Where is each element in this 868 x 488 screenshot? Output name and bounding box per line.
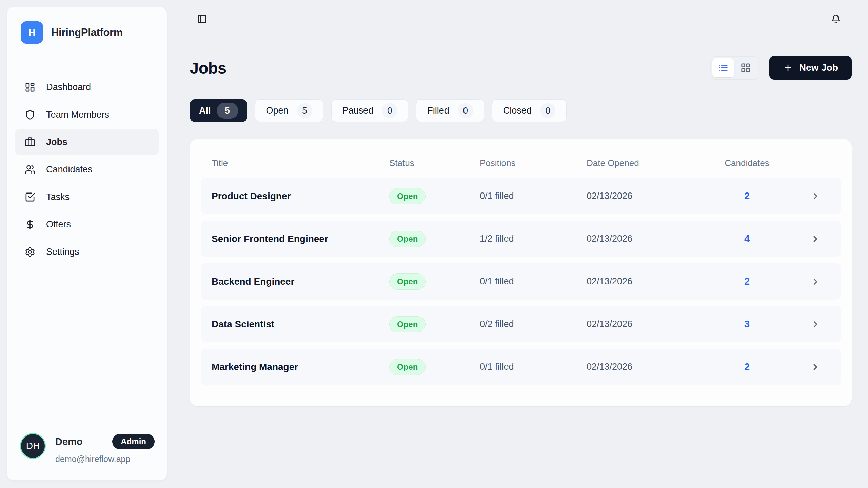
filter-tab-open[interactable]: Open 5 bbox=[255, 99, 323, 122]
chevron-right-icon[interactable] bbox=[810, 191, 821, 201]
sidebar-item-label: Team Members bbox=[46, 109, 109, 120]
chevron-right-icon[interactable] bbox=[810, 234, 821, 244]
filter-tab-closed[interactable]: Closed 0 bbox=[492, 99, 567, 122]
main-area: Jobs bbox=[167, 0, 868, 488]
filter-tab-count: 5 bbox=[297, 103, 312, 118]
job-date-opened: 02/13/2026 bbox=[587, 276, 722, 287]
job-title: Marketing Manager bbox=[212, 362, 389, 372]
table-header-row: Title Status Positions Date Opened Candi… bbox=[201, 139, 841, 178]
job-candidates-count[interactable]: 3 bbox=[722, 319, 772, 330]
topbar bbox=[174, 0, 868, 38]
filter-tab-label: Filled bbox=[427, 105, 449, 116]
briefcase-icon bbox=[25, 137, 35, 147]
role-badge: Admin bbox=[112, 434, 155, 449]
table-row[interactable]: Backend Engineer Open 0/1 filled 02/13/2… bbox=[201, 263, 841, 300]
sidebar-item-label: Candidates bbox=[46, 164, 93, 175]
sidebar-item-settings[interactable]: Settings bbox=[15, 239, 159, 265]
table-row[interactable]: Marketing Manager Open 0/1 filled 02/13/… bbox=[201, 349, 841, 385]
chevron-right-icon[interactable] bbox=[810, 362, 821, 372]
filter-tab-label: Closed bbox=[503, 105, 532, 116]
filter-tab-label: Paused bbox=[342, 105, 374, 116]
status-badge: Open bbox=[389, 316, 426, 332]
filter-tabs: All 5 Open 5 Paused 0 Filled 0 Closed 0 bbox=[190, 99, 852, 122]
app-logo-icon: H bbox=[21, 21, 43, 44]
sidebar-toggle-button[interactable] bbox=[195, 12, 209, 26]
job-positions: 0/1 filled bbox=[480, 276, 587, 287]
column-header-positions: Positions bbox=[480, 158, 587, 168]
job-date-opened: 02/13/2026 bbox=[587, 191, 722, 201]
sidebar: H HiringPlatform Dashboard Team Members … bbox=[7, 7, 167, 481]
job-date-opened: 02/13/2026 bbox=[587, 233, 722, 244]
filter-tab-count: 5 bbox=[217, 103, 238, 119]
header-actions: New Job bbox=[710, 56, 852, 80]
sidebar-item-label: Offers bbox=[46, 219, 71, 230]
notifications-button[interactable] bbox=[829, 12, 843, 26]
job-positions: 1/2 filled bbox=[480, 233, 587, 244]
sidebar-item-offers[interactable]: Offers bbox=[15, 211, 159, 237]
dashboard-grid-icon bbox=[25, 82, 35, 93]
status-badge: Open bbox=[389, 359, 426, 375]
list-icon bbox=[718, 63, 728, 73]
job-title: Product Designer bbox=[212, 191, 389, 202]
chevron-right-icon[interactable] bbox=[810, 277, 821, 287]
job-candidates-count[interactable]: 4 bbox=[722, 233, 772, 244]
filter-tab-label: Open bbox=[266, 105, 289, 116]
new-job-button[interactable]: New Job bbox=[769, 56, 852, 80]
sidebar-item-label: Tasks bbox=[46, 192, 70, 202]
filter-tab-count: 0 bbox=[540, 103, 555, 118]
page-title: Jobs bbox=[190, 59, 226, 77]
jobs-table-card: Title Status Positions Date Opened Candi… bbox=[190, 139, 852, 406]
app-name: HiringPlatform bbox=[51, 26, 123, 39]
table-row[interactable]: Data Scientist Open 0/2 filled 02/13/202… bbox=[201, 306, 841, 342]
status-badge: Open bbox=[389, 231, 426, 247]
gear-icon bbox=[25, 247, 35, 257]
job-candidates-count[interactable]: 2 bbox=[722, 276, 772, 287]
column-header-title: Title bbox=[212, 158, 389, 168]
panel-left-icon bbox=[197, 14, 207, 24]
job-title: Data Scientist bbox=[212, 319, 389, 330]
sidebar-item-dashboard[interactable]: Dashboard bbox=[15, 74, 159, 100]
sidebar-item-label: Jobs bbox=[46, 137, 67, 147]
job-date-opened: 02/13/2026 bbox=[587, 319, 722, 329]
chevron-right-icon[interactable] bbox=[810, 319, 821, 329]
column-header-candidates: Candidates bbox=[722, 158, 772, 168]
sidebar-item-label: Settings bbox=[46, 247, 79, 257]
sidebar-item-candidates[interactable]: Candidates bbox=[15, 157, 159, 182]
job-date-opened: 02/13/2026 bbox=[587, 362, 722, 372]
list-view-button[interactable] bbox=[712, 58, 734, 77]
filter-tab-count: 0 bbox=[458, 103, 473, 118]
job-candidates-count[interactable]: 2 bbox=[722, 190, 772, 202]
job-title: Senior Frontend Engineer bbox=[212, 233, 389, 244]
bell-icon bbox=[831, 14, 841, 24]
filter-tab-all[interactable]: All 5 bbox=[190, 99, 247, 122]
shield-icon bbox=[25, 109, 35, 120]
sidebar-nav: Dashboard Team Members Jobs Candidates T… bbox=[7, 54, 167, 423]
sidebar-item-label: Dashboard bbox=[46, 82, 91, 93]
sidebar-item-jobs[interactable]: Jobs bbox=[15, 129, 159, 155]
user-card[interactable]: DH Demo Admin demo@hireflow.app bbox=[7, 423, 167, 480]
users-icon bbox=[25, 164, 35, 175]
job-positions: 0/1 filled bbox=[480, 191, 587, 201]
job-candidates-count[interactable]: 2 bbox=[722, 361, 772, 372]
plus-icon bbox=[783, 63, 793, 73]
grid-view-button[interactable] bbox=[735, 58, 756, 77]
filter-tab-paused[interactable]: Paused 0 bbox=[331, 99, 409, 122]
column-header-status: Status bbox=[389, 158, 480, 168]
sidebar-item-tasks[interactable]: Tasks bbox=[15, 184, 159, 210]
filter-tab-count: 0 bbox=[382, 103, 397, 118]
table-row[interactable]: Senior Frontend Engineer Open 1/2 filled… bbox=[201, 221, 841, 257]
table-row[interactable]: Product Designer Open 0/1 filled 02/13/2… bbox=[201, 178, 841, 214]
user-info: Demo Admin demo@hireflow.app bbox=[55, 433, 155, 464]
job-title: Backend Engineer bbox=[212, 276, 389, 287]
grid-icon bbox=[741, 63, 751, 73]
page-content: Jobs bbox=[167, 56, 868, 406]
job-positions: 0/1 filled bbox=[480, 362, 587, 372]
view-toggle bbox=[710, 56, 758, 79]
app-logo-row: H HiringPlatform bbox=[7, 7, 167, 54]
filter-tab-filled[interactable]: Filled 0 bbox=[416, 99, 484, 122]
sidebar-item-team-members[interactable]: Team Members bbox=[15, 102, 159, 127]
filter-tab-label: All bbox=[199, 105, 211, 116]
avatar: DH bbox=[20, 433, 46, 459]
dollar-sign-icon bbox=[25, 219, 35, 230]
status-badge: Open bbox=[389, 188, 426, 204]
